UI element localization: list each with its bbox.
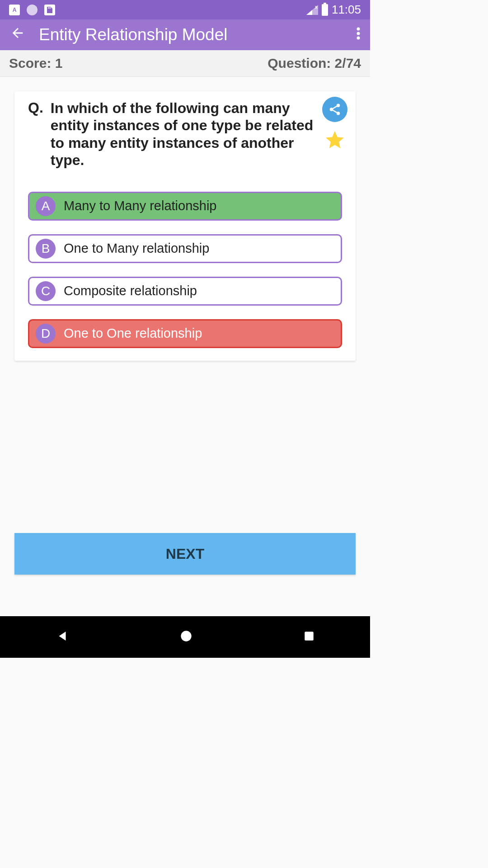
- question-card: Q. In which of the following can many en…: [14, 91, 356, 361]
- question-text: In which of the following can many entit…: [51, 99, 342, 169]
- question-counter: Question: 2/74: [267, 56, 361, 71]
- svg-point-6: [357, 36, 360, 39]
- answer-option-a[interactable]: A Many to Many relationship: [28, 192, 342, 221]
- svg-text:x: x: [315, 5, 318, 9]
- svg-rect-0: [48, 7, 49, 9]
- svg-rect-2: [50, 7, 51, 9]
- question-row: Q. In which of the following can many en…: [28, 99, 342, 169]
- signal-icon: x: [306, 5, 318, 15]
- card-actions: [322, 97, 347, 151]
- svg-point-10: [181, 631, 191, 641]
- next-button[interactable]: NEXT: [14, 533, 356, 575]
- answer-option-c[interactable]: C Composite relationship: [28, 277, 342, 306]
- info-row: Score: 1 Question: 2/74: [0, 50, 370, 77]
- sdcard-icon: [44, 5, 55, 15]
- overflow-menu-icon[interactable]: [357, 27, 360, 43]
- app-notification-icon: [27, 5, 38, 15]
- svg-point-9: [337, 112, 340, 115]
- content-area: Q. In which of the following can many en…: [0, 77, 370, 616]
- score-label: Score: 1: [9, 56, 62, 71]
- back-arrow-icon[interactable]: [10, 25, 25, 44]
- keyboard-icon: A: [9, 5, 20, 15]
- answer-text: Composite relationship: [64, 283, 197, 298]
- answer-option-d[interactable]: D One to One relationship: [28, 319, 342, 348]
- svg-point-4: [357, 27, 360, 30]
- battery-icon: [322, 4, 328, 16]
- answers-list: A Many to Many relationship B One to Man…: [28, 192, 342, 348]
- svg-rect-1: [49, 7, 50, 9]
- status-time: 11:05: [332, 3, 361, 17]
- favorite-star-icon[interactable]: [324, 129, 346, 151]
- answer-text: Many to Many relationship: [64, 198, 217, 213]
- answer-text: One to Many relationship: [64, 241, 209, 256]
- answer-option-b[interactable]: B One to Many relationship: [28, 234, 342, 263]
- answer-letter: C: [36, 281, 56, 301]
- answer-letter: D: [36, 324, 56, 344]
- next-label: NEXT: [166, 546, 204, 562]
- svg-rect-11: [305, 632, 314, 641]
- nav-bar: [0, 616, 370, 658]
- svg-point-8: [330, 108, 333, 111]
- question-prefix: Q.: [28, 99, 43, 169]
- app-bar: Entity Relationship Model: [0, 19, 370, 50]
- status-left: A: [9, 5, 55, 15]
- page-title: Entity Relationship Model: [39, 25, 228, 44]
- share-button[interactable]: [322, 97, 347, 122]
- status-bar: A x 11:05: [0, 0, 370, 19]
- nav-back-icon[interactable]: [56, 629, 69, 645]
- answer-text: One to One relationship: [64, 326, 202, 341]
- answer-letter: B: [36, 239, 56, 259]
- svg-point-7: [337, 104, 340, 108]
- nav-recent-icon[interactable]: [303, 630, 315, 644]
- answer-letter: A: [36, 196, 56, 216]
- svg-point-5: [357, 32, 360, 35]
- status-right: x 11:05: [306, 3, 361, 17]
- nav-home-icon[interactable]: [180, 630, 192, 644]
